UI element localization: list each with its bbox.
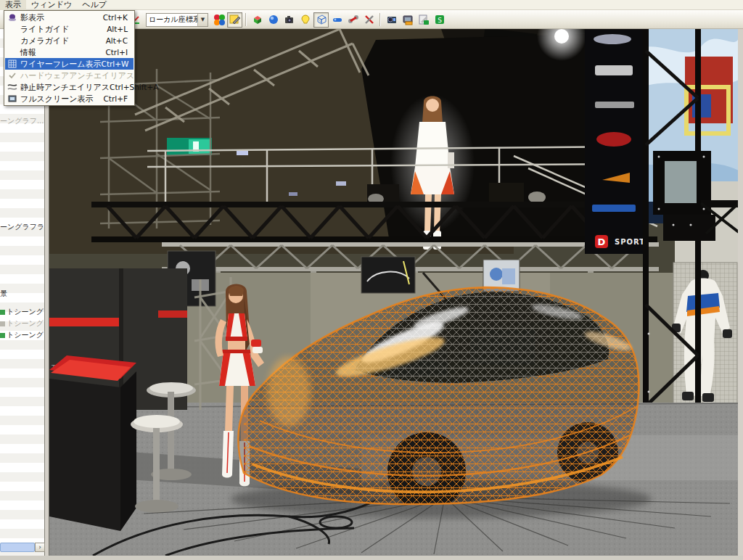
stage-photo: D SPORT TION (49, 29, 739, 556)
scrollbar-thumb[interactable] (0, 543, 35, 552)
menu-item-shadow[interactable]: 影表示Ctrl+K (5, 12, 134, 23)
menu-item-wireframe[interactable]: ワイヤーフレーム表示Ctrl+W (5, 58, 134, 70)
sponsor-banner: D SPORT (585, 29, 649, 254)
check-icon (5, 70, 19, 81)
stage-light (237, 151, 248, 155)
exit-sign (167, 138, 212, 155)
render-icon[interactable] (384, 12, 399, 28)
scene-item[interactable]: ーングラフラ... (0, 222, 44, 232)
menu-window[interactable]: ウィンドウ (26, 0, 77, 10)
menu-help[interactable]: ヘルプ (77, 0, 112, 10)
svg-text:SPORT: SPORT (615, 238, 645, 246)
menu-item-hardware-aa[interactable]: ハードウェアアンチエイリアス (5, 70, 134, 81)
racing-suit (672, 263, 737, 405)
scene-item[interactable]: トシーングラ... (0, 318, 44, 329)
coordinate-system-value: ローカル座標系 (147, 15, 197, 25)
toolbar-separator (245, 13, 247, 26)
joint-icon[interactable] (345, 12, 361, 28)
material-balls-icon[interactable] (211, 12, 226, 28)
scene-item[interactable]: トシーングラ... (0, 330, 44, 340)
stage-light (336, 181, 346, 186)
menu-item-fullscreen[interactable]: フルスクリーン表示Ctrl+F (5, 93, 134, 104)
toolbar-separator (379, 13, 381, 26)
svg-text:D: D (598, 236, 606, 247)
scene-item[interactable]: トシーングラ... (0, 307, 44, 317)
shadow-icon (5, 12, 19, 23)
spotlight-core (554, 29, 569, 44)
antialias-icon (5, 81, 19, 93)
node-icon (0, 333, 5, 338)
light-icon[interactable] (297, 12, 313, 28)
monitor-icon[interactable] (400, 12, 415, 28)
window-edge (738, 29, 743, 560)
menu-item-still-aa[interactable]: 静止時アンチエイリアスCtrl+Shift+A (5, 81, 134, 93)
view-menu-popup: 影表示Ctrl+K ライトガイドAlt+L カメラガイドAlt+C 情報Ctrl… (4, 10, 135, 106)
fullscreen-icon (5, 93, 19, 104)
sidebar-hscrollbar[interactable]: › (0, 543, 45, 552)
blank-icon (5, 23, 19, 35)
platform-case (489, 183, 524, 205)
window-edge (0, 556, 743, 560)
object-edit-icon[interactable] (227, 12, 242, 28)
viewport-photo[interactable]: D SPORT TION (49, 29, 738, 556)
tools-icon[interactable] (361, 12, 377, 28)
cube-icon[interactable] (250, 12, 265, 28)
chevron-down-icon[interactable]: ▼ (197, 14, 208, 26)
camera-icon[interactable] (282, 12, 297, 28)
menu-view[interactable]: 表示 (0, 0, 26, 10)
sketch-poster (361, 257, 415, 293)
scroll-right-button[interactable]: › (35, 543, 45, 552)
node-icon (0, 321, 5, 326)
menu-bar: 表示 ウィンドウ ヘルプ (0, 0, 743, 10)
wireframe-icon (5, 58, 19, 70)
stage-light (289, 192, 297, 196)
script-icon[interactable]: S (432, 12, 447, 28)
scene-item[interactable]: ーングラフ... (0, 116, 44, 126)
scene-panel: ーングラフ... ーングラフラ... 景 トシーングラ... トシーングラ...… (0, 29, 45, 556)
coordinate-system-select[interactable]: ローカル座標系 ▼ (146, 13, 208, 27)
sphere-icon[interactable] (266, 12, 281, 28)
menu-item-light-guide[interactable]: ライトガイドAlt+L (5, 23, 134, 35)
scene-item[interactable]: 景 (0, 289, 44, 299)
wireframe-cube-icon[interactable] (313, 12, 329, 28)
paint-icon[interactable] (416, 12, 431, 28)
capsule-icon[interactable] (329, 12, 345, 28)
blank-icon (5, 46, 19, 58)
svg-text:S: S (438, 17, 442, 24)
menu-item-info[interactable]: 情報Ctrl+I (5, 46, 134, 58)
menu-item-camera-guide[interactable]: カメラガイドAlt+C (5, 35, 134, 46)
node-icon (0, 310, 5, 315)
platform-can (528, 192, 546, 203)
blank-icon (5, 35, 19, 46)
